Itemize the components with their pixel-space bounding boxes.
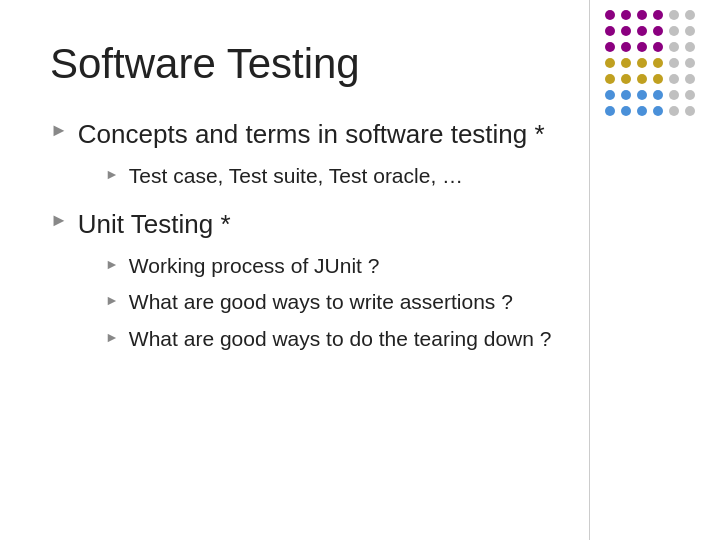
sub-bullet-2-1: ► Working process of JUnit ? (105, 252, 670, 280)
sub-bullets-1: ► Test case, Test suite, Test oracle, … (105, 162, 670, 190)
dot-2 (637, 10, 647, 20)
dot-5 (685, 10, 695, 20)
dot-8 (637, 26, 647, 36)
sub-bullet-2-2: ► What are good ways to write assertions… (105, 288, 670, 316)
dot-14 (637, 42, 647, 52)
dot-26 (637, 74, 647, 84)
dot-25 (621, 74, 631, 84)
dot-27 (653, 74, 663, 84)
main-bullet-2: ► Unit Testing * (50, 208, 670, 242)
dot-28 (669, 74, 679, 84)
sub-bullet-icon-1-1: ► (105, 166, 119, 182)
sub-bullet-icon-2-2: ► (105, 292, 119, 308)
section-2: ► Unit Testing * ► Working process of JU… (50, 208, 670, 353)
dot-16 (669, 42, 679, 52)
dot-31 (621, 90, 631, 100)
dot-21 (653, 58, 663, 68)
dot-35 (685, 90, 695, 100)
slide: Software Testing ► Concepts and terms in… (0, 0, 720, 540)
main-bullet-text-1: Concepts and terms in software testing * (78, 118, 545, 152)
dot-7 (621, 26, 631, 36)
dot-38 (637, 106, 647, 116)
dot-33 (653, 90, 663, 100)
dot-1 (621, 10, 631, 20)
dot-39 (653, 106, 663, 116)
dot-13 (621, 42, 631, 52)
divider-line (589, 0, 590, 540)
dot-19 (621, 58, 631, 68)
sub-bullets-2: ► Working process of JUnit ? ► What are … (105, 252, 670, 353)
dot-0 (605, 10, 615, 20)
section-1: ► Concepts and terms in software testing… (50, 118, 670, 190)
dot-37 (621, 106, 631, 116)
bullet-icon-2: ► (50, 210, 68, 231)
dot-11 (685, 26, 695, 36)
dot-32 (637, 90, 647, 100)
dot-41 (685, 106, 695, 116)
dot-23 (685, 58, 695, 68)
dot-10 (669, 26, 679, 36)
sub-bullet-icon-2-1: ► (105, 256, 119, 272)
dot-3 (653, 10, 663, 20)
dot-29 (685, 74, 695, 84)
dots-grid (605, 10, 705, 120)
dot-15 (653, 42, 663, 52)
sub-bullet-text-1-1: Test case, Test suite, Test oracle, … (129, 162, 463, 190)
bullet-icon-1: ► (50, 120, 68, 141)
dot-18 (605, 58, 615, 68)
dot-9 (653, 26, 663, 36)
dot-34 (669, 90, 679, 100)
dot-20 (637, 58, 647, 68)
dot-17 (685, 42, 695, 52)
sub-bullet-text-2-3: What are good ways to do the tearing dow… (129, 325, 552, 353)
dot-40 (669, 106, 679, 116)
dot-6 (605, 26, 615, 36)
dot-24 (605, 74, 615, 84)
main-bullet-text-2: Unit Testing * (78, 208, 231, 242)
dots-decoration (605, 10, 705, 120)
sub-bullet-1-1: ► Test case, Test suite, Test oracle, … (105, 162, 670, 190)
sub-bullet-icon-2-3: ► (105, 329, 119, 345)
slide-title: Software Testing (50, 40, 670, 88)
dot-4 (669, 10, 679, 20)
sub-bullet-text-2-2: What are good ways to write assertions ? (129, 288, 513, 316)
dot-12 (605, 42, 615, 52)
sub-bullet-text-2-1: Working process of JUnit ? (129, 252, 380, 280)
main-bullet-1: ► Concepts and terms in software testing… (50, 118, 670, 152)
dot-22 (669, 58, 679, 68)
dot-36 (605, 106, 615, 116)
dot-30 (605, 90, 615, 100)
sub-bullet-2-3: ► What are good ways to do the tearing d… (105, 325, 670, 353)
